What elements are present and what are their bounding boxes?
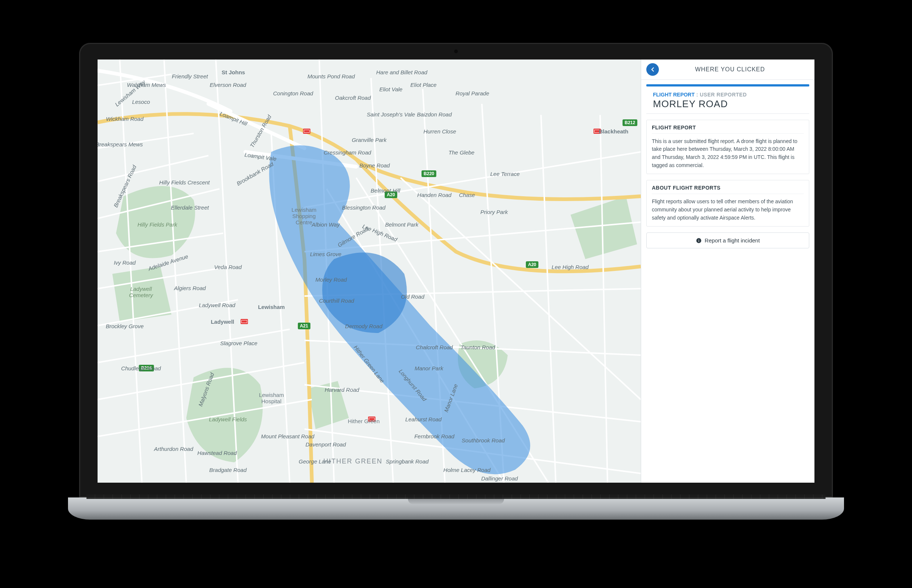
label-elverson: Elverson Road [210, 82, 246, 88]
label-slagrove: Slagrove Place [220, 340, 258, 346]
section-body: This is a user submitted flight report. … [652, 137, 804, 170]
sidebar-header: WHERE YOU CLICKED [641, 60, 814, 80]
eyebrow: FLIGHT REPORT : USER REPORTED [653, 92, 802, 98]
label-dallinger: Dallinger Road [481, 475, 518, 481]
info-sidebar: WHERE YOU CLICKED FLIGHT REPORT : USER R… [641, 60, 814, 483]
label-ladywell: Ladywell [211, 318, 234, 325]
label-st-johns: St Johns [222, 69, 245, 75]
label-chudleigh: Chudleigh Road [121, 365, 161, 372]
laptop-mockup: A20 A20 A21 B220 B212 B218 Lewisham Lewi… [68, 43, 844, 546]
label-conington: Conington Road [273, 90, 313, 97]
label-blessington: Blessington Road [342, 204, 386, 211]
label-lee-terrace: Lee Terrace [491, 170, 520, 177]
label-the-glebe: The Glebe [449, 149, 475, 156]
laptop-base [68, 498, 844, 520]
label-hilly-cres: Hilly Fields Crescent [159, 179, 210, 185]
eyebrow-sep: : [695, 92, 700, 98]
rail-icon [303, 129, 310, 134]
label-morley: Morley Road [316, 276, 347, 283]
label-leahurst: Leahurst Road [405, 416, 442, 422]
arrow-left-icon [649, 66, 656, 73]
sidebar-header-title: WHERE YOU CLICKED [663, 66, 809, 73]
label-priory: Priory Park [480, 208, 508, 215]
road-shield-b220: B220 [421, 170, 436, 177]
label-hither-green-big: HITHER GREEN [323, 457, 383, 465]
label-albion: Albion Way [312, 221, 340, 228]
label-courthill: Courthill Road [319, 297, 354, 304]
label-fernbrook: Fernbrook Road [414, 433, 454, 439]
section-title: ABOUT FLIGHT REPORTS [652, 185, 804, 194]
label-breaksmews: Breakspears Mews [98, 141, 143, 147]
label-eliot-vale: Eliot Vale [379, 86, 402, 92]
label-cressingham: Cressingham Road [324, 149, 371, 156]
section-flight-report: FLIGHT REPORT This is a user submitted f… [646, 120, 809, 174]
label-handen: Handen Road [417, 191, 452, 198]
label-lesoco: Lesoco [132, 99, 150, 105]
label-hare-billet: Hare and Billet Road [376, 69, 427, 75]
label-hilly-fields: Hilly Fields Park [137, 221, 178, 228]
label-blackheath: Blackheath [599, 128, 628, 134]
report-incident-label: Report a flight incident [705, 237, 760, 244]
road-shield-a21: A21 [298, 323, 310, 329]
label-st-josephs: Saint Joseph's Vale [366, 111, 415, 118]
label-belmont-pk: Belmont Park [385, 221, 418, 228]
report-incident-button[interactable]: Report a flight incident [646, 233, 809, 248]
label-ivy: Ivy Road [114, 259, 136, 266]
label-southbrook: Southbrook Road [462, 437, 505, 444]
label-springbank: Springbank Road [386, 458, 429, 465]
section-title: FLIGHT REPORT [652, 124, 804, 134]
location-title: MORLEY ROAD [653, 98, 802, 110]
label-eliot-pl: Eliot Place [410, 82, 437, 88]
label-oakcroft: Oakcroft Road [335, 94, 371, 100]
eyebrow-category: FLIGHT REPORT [653, 92, 695, 98]
label-lewisham-hospital: Lewisham Hospital [255, 392, 288, 404]
label-george-ln: George Lane [299, 458, 331, 465]
app-screen: A20 A20 A21 B220 B212 B218 Lewisham Lewi… [98, 60, 814, 483]
label-granville: Granville Park [352, 137, 387, 143]
back-button[interactable] [646, 63, 659, 76]
road-shield-a20: A20 [526, 261, 538, 268]
label-dermody: Dermody Road [345, 323, 383, 329]
eyebrow-sub: USER REPORTED [700, 92, 747, 98]
label-brockley-grove: Brockley Grove [106, 323, 144, 329]
label-royal-parade: Royal Parade [456, 90, 489, 97]
label-lee-high2: Lee High Road [552, 263, 589, 270]
label-lewisham: Lewisham [258, 304, 285, 310]
label-hither-green: Hither Green [348, 418, 379, 424]
label-ellerdale: Ellerdale Street [171, 204, 209, 211]
map-view[interactable]: A20 A20 A21 B220 B212 B218 Lewisham Lewi… [98, 60, 641, 483]
label-ladywell-fields: Ladywell Fields [209, 416, 247, 422]
section-about-reports: ABOUT FLIGHT REPORTS Flight reports allo… [646, 180, 809, 226]
info-icon [696, 237, 702, 244]
section-body: Flight reports allow users to tell other… [652, 198, 804, 222]
label-limes: Limes Grove [310, 251, 341, 257]
label-manor-pk: Manor Park [415, 365, 444, 372]
label-taunton: Taunton Road [460, 344, 495, 351]
label-ladywell-rd: Ladywell Road [199, 302, 235, 308]
title-block: FLIGHT REPORT : USER REPORTED MORLEY ROA… [646, 86, 809, 114]
label-mounts-pond: Mounts Pond Road [307, 73, 355, 79]
road-a20-north [98, 114, 641, 199]
label-hurren: Hurren Close [423, 128, 456, 134]
label-ladywell-cem: Ladywell Cemetery [124, 286, 158, 298]
label-bradgate: Bradgate Road [209, 467, 247, 473]
label-old-rd: Old Road [401, 293, 424, 299]
label-algiers: Algiers Road [174, 284, 206, 291]
label-harvard: Harvard Road [325, 386, 359, 393]
label-veda: Veda Road [214, 263, 242, 270]
label-mt-pleasant: Mount Pleasant Road [261, 433, 314, 439]
keyboard-strip [87, 494, 825, 499]
road-shield-b212: B212 [622, 120, 638, 126]
label-holme: Holme Lacey Road [444, 467, 491, 473]
label-baizdon: Baizdon Road [417, 111, 452, 118]
label-wickham: Wickham Road [106, 115, 144, 121]
label-belmont-hill: Belmont Hill [371, 187, 400, 194]
label-walbrook: Walsham Mews [127, 82, 166, 88]
label-chase: Chase [459, 191, 475, 198]
label-arthurdon: Arthurdon Road [154, 445, 193, 452]
rail-icon [241, 319, 248, 324]
label-davenport: Davenport Road [306, 441, 346, 447]
label-boyne: Boyne Road [359, 162, 390, 168]
label-chalcroft: Chalcroft Road [416, 344, 453, 351]
label-friendly: Friendly Street [172, 73, 208, 79]
